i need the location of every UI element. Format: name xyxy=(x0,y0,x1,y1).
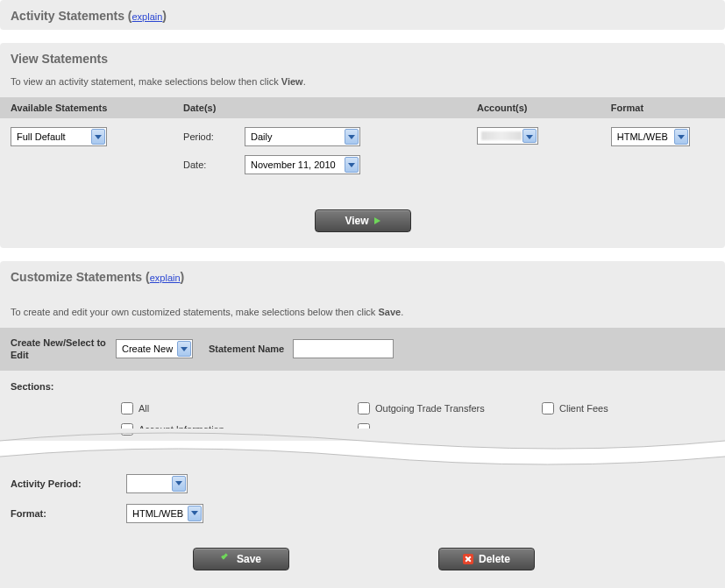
check-icon xyxy=(221,554,231,564)
checkbox-client-fees[interactable]: Client Fees xyxy=(542,402,682,414)
col-accounts-label: Account(s) xyxy=(477,103,611,113)
activity-explain-link[interactable]: explain xyxy=(132,11,163,22)
arrow-right-icon xyxy=(374,217,380,224)
customize-instruction: To create and edit your own customized s… xyxy=(0,291,725,328)
chevron-down-icon xyxy=(345,129,359,145)
accounts-select[interactable] xyxy=(477,127,538,145)
view-statements-panel: View Statements To view an activity stat… xyxy=(0,43,725,248)
view-columns-header: Available Statements Date(s) Account(s) … xyxy=(0,97,725,118)
customize-explain-link[interactable]: explain xyxy=(150,273,181,283)
chevron-down-icon xyxy=(172,476,186,492)
customize-create-row: Create New/Select to Edit Create New Sta… xyxy=(0,328,725,371)
chevron-down-icon xyxy=(91,129,105,145)
col-format-label: Format xyxy=(611,103,714,113)
view-instruction: To view an activity statement, make sele… xyxy=(0,73,725,97)
statement-name-input[interactable] xyxy=(293,339,394,358)
customize-format-select[interactable]: HTML/WEB xyxy=(126,504,203,523)
activity-statements-header: Activity Statements (explain) xyxy=(0,0,725,30)
period-select[interactable]: Daily xyxy=(245,127,360,146)
col-available-label: Available Statements xyxy=(11,103,183,113)
create-select[interactable]: Create New xyxy=(116,339,193,358)
customize-title: Customize Statements xyxy=(11,270,142,284)
delete-button[interactable]: Delete xyxy=(438,548,535,570)
customize-statements-panel: Customize Statements (explain) To create… xyxy=(0,261,725,441)
date-label: Date: xyxy=(183,159,245,170)
view-statements-title: View Statements xyxy=(0,43,725,73)
checkbox-all[interactable]: All xyxy=(121,402,358,414)
activity-statements-title: Activity Statements xyxy=(11,9,124,23)
page-break-wave xyxy=(0,429,725,469)
customize-format-label: Format: xyxy=(11,508,116,519)
format-select[interactable]: HTML/WEB xyxy=(611,127,690,146)
customize-button-bar: Save Delete xyxy=(0,535,725,588)
save-button[interactable]: Save xyxy=(193,548,289,570)
delete-icon xyxy=(463,554,473,564)
sections-label: Sections: xyxy=(11,381,714,392)
checkbox-outgoing-trade-transfers[interactable]: Outgoing Trade Transfers xyxy=(358,402,542,414)
col-dates-label: Date(s) xyxy=(183,103,477,113)
period-label: Period: xyxy=(183,131,245,142)
chevron-down-icon xyxy=(522,129,537,143)
statement-name-label: Statement Name xyxy=(209,344,284,354)
available-statements-select[interactable]: Full Default xyxy=(11,127,107,146)
activity-period-select[interactable] xyxy=(126,474,188,493)
activity-period-label: Activity Period: xyxy=(11,478,116,489)
create-label: Create New/Select to Edit xyxy=(11,337,107,362)
customize-lower-area: Activity Period: Format: HTML/WEB xyxy=(0,469,725,535)
date-select[interactable]: November 11, 2010 xyxy=(245,155,360,174)
view-button[interactable]: View xyxy=(315,209,411,232)
view-body-row: Full Default Period: Daily Date: Novembe… xyxy=(0,118,725,201)
